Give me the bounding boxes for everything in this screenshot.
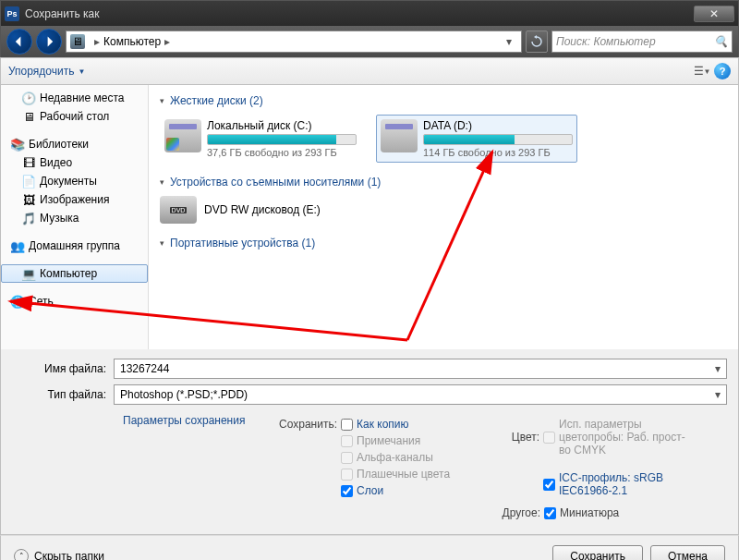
as-copy-label[interactable]: Как копию	[357, 418, 409, 431]
sidebar-label: Рабочий стол	[40, 110, 109, 123]
icc-label[interactable]: ICC-профиль: sRGB IEC61966-2.1	[559, 471, 696, 497]
drive-name: Локальный диск (C:)	[207, 119, 357, 132]
music-icon: 🎵	[21, 211, 36, 225]
sidebar-item-video[interactable]: 🎞Видео	[1, 153, 148, 172]
toolbar: Упорядочить ▼ ☰ ▼ ?	[0, 57, 739, 85]
drive-free: 114 ГБ свободно из 293 ГБ	[423, 147, 573, 158]
dvd-icon	[160, 196, 197, 224]
cancel-button[interactable]: Отмена	[650, 545, 725, 560]
sidebar-label: Сеть	[29, 295, 54, 308]
save-button[interactable]: Сохранить	[552, 545, 643, 560]
organize-label: Упорядочить	[8, 65, 74, 78]
section-portable[interactable]: ▾Портативные устройства (1)	[160, 237, 727, 250]
chevron-up-icon: ˄	[14, 549, 29, 560]
save-params-link[interactable]: Параметры сохранения	[123, 414, 252, 427]
sidebar-label: Изображения	[40, 193, 109, 206]
sidebar-item-pictures[interactable]: 🖼Изображения	[1, 190, 148, 209]
proof-label: Исп. параметры цветопробы: Раб. прост-во…	[559, 418, 696, 457]
thumb-checkbox[interactable]	[544, 507, 556, 519]
help-button[interactable]: ?	[714, 63, 731, 79]
library-icon: 📚	[10, 137, 25, 152]
hide-folders-toggle[interactable]: ˄ Скрыть папки	[14, 549, 104, 560]
sidebar-label: Библиотеки	[29, 138, 89, 151]
computer-icon: 💻	[21, 266, 36, 281]
sidebar-label: Компьютер	[40, 267, 97, 280]
window-title: Сохранить как	[25, 7, 692, 20]
breadcrumb-root[interactable]: Компьютер	[103, 35, 161, 48]
search-icon[interactable]: 🔍	[714, 35, 728, 48]
drive-dvd[interactable]: DVD RW дисковод (E:)	[160, 196, 727, 224]
refresh-button[interactable]	[526, 30, 548, 53]
filename-label: Имя файла:	[12, 362, 114, 375]
sidebar: 🕑Недавние места 🖥Рабочий стол 📚Библиотек…	[1, 85, 149, 349]
app-icon: Ps	[5, 6, 19, 21]
layers-checkbox[interactable]	[341, 485, 353, 497]
sidebar-label: Видео	[40, 156, 72, 169]
filename-input[interactable]: 13267244▾	[114, 359, 727, 379]
title-bar: Ps Сохранить как ✕	[0, 0, 739, 26]
drive-name: DATA (D:)	[423, 119, 573, 132]
drive-d[interactable]: DATA (D:) 114 ГБ свободно из 293 ГБ	[376, 115, 577, 163]
address-dropdown[interactable]: ▾	[501, 32, 517, 51]
save-group-label: Сохранить:	[271, 418, 337, 431]
main-panel: ▾Жесткие диски (2) Локальный диск (C:) 3…	[149, 85, 738, 349]
chevron-icon[interactable]: ▸	[161, 35, 174, 48]
filetype-select[interactable]: Photoshop (*.PSD;*.PDD)▾	[114, 384, 727, 405]
proof-checkbox	[543, 432, 555, 444]
hdd-icon	[164, 119, 201, 152]
sidebar-item-music[interactable]: 🎵Музыка	[1, 209, 148, 227]
section-removable[interactable]: ▾Устройства со съемными носителями (1)	[160, 176, 727, 189]
desktop-icon: 🖥	[21, 109, 36, 124]
dropdown-icon[interactable]: ▾	[715, 388, 721, 401]
capacity-bar	[423, 134, 573, 145]
search-placeholder: Поиск: Компьютер	[556, 35, 656, 48]
thumb-label: Миниатюра	[560, 506, 619, 519]
collapse-icon: ▾	[160, 96, 164, 105]
sidebar-item-libraries[interactable]: 📚Библиотеки	[1, 135, 148, 153]
computer-icon: 🖥	[70, 34, 85, 49]
network-icon: 🌐	[10, 294, 25, 309]
drive-free: 37,6 ГБ свободно из 293 ГБ	[207, 147, 357, 158]
sidebar-label: Домашняя группа	[29, 239, 120, 252]
other-group-label: Другое:	[474, 506, 540, 519]
section-label: Устройства со съемными носителями (1)	[170, 176, 381, 189]
search-input[interactable]: Поиск: Компьютер 🔍	[551, 30, 733, 53]
section-label: Портативные устройства (1)	[170, 237, 315, 250]
sidebar-item-computer[interactable]: 💻Компьютер	[1, 264, 148, 283]
sidebar-item-network[interactable]: 🌐Сеть	[1, 292, 148, 310]
sidebar-item-homegroup[interactable]: 👥Домашняя группа	[1, 237, 148, 255]
recent-icon: 🕑	[21, 91, 36, 105]
hide-folders-label: Скрыть папки	[34, 550, 104, 560]
nav-bar: 🖥 ▸ Компьютер ▸ ▾ Поиск: Компьютер 🔍	[0, 26, 739, 57]
view-button[interactable]: ☰ ▼	[690, 61, 714, 81]
drive-c[interactable]: Локальный диск (C:) 37,6 ГБ свободно из …	[160, 115, 361, 163]
icc-checkbox[interactable]	[543, 479, 555, 491]
section-label: Жесткие диски (2)	[170, 94, 263, 107]
file-browser: 🕑Недавние места 🖥Рабочий стол 📚Библиотек…	[0, 85, 739, 349]
documents-icon: 📄	[21, 174, 36, 189]
notes-checkbox	[341, 435, 353, 447]
sidebar-label: Музыка	[40, 212, 79, 225]
back-button[interactable]	[6, 29, 32, 55]
filename-value: 13267244	[120, 362, 169, 375]
section-hdd[interactable]: ▾Жесткие диски (2)	[160, 94, 727, 107]
dropdown-icon[interactable]: ▾	[715, 362, 721, 375]
chevron-icon[interactable]: ▸	[91, 35, 103, 48]
forward-button[interactable]	[36, 29, 62, 55]
dialog-footer: ˄ Скрыть папки Сохранить Отмена	[0, 535, 739, 560]
organize-button[interactable]: Упорядочить ▼	[8, 65, 85, 78]
sidebar-item-documents[interactable]: 📄Документы	[1, 172, 148, 190]
chevron-down-icon: ▼	[78, 67, 85, 76]
notes-label: Примечания	[357, 434, 420, 447]
sidebar-item-desktop[interactable]: 🖥Рабочий стол	[1, 107, 148, 126]
layers-label[interactable]: Слои	[357, 484, 383, 497]
pictures-icon: 🖼	[21, 192, 36, 207]
sidebar-item-recent[interactable]: 🕑Недавние места	[1, 89, 148, 107]
address-bar[interactable]: 🖥 ▸ Компьютер ▸ ▾	[66, 30, 522, 53]
collapse-icon: ▾	[160, 177, 164, 187]
close-button[interactable]: ✕	[694, 6, 734, 22]
alpha-label: Альфа-каналы	[357, 451, 433, 464]
as-copy-checkbox[interactable]	[341, 419, 353, 431]
drive-name: DVD RW дисковод (E:)	[204, 203, 321, 216]
sidebar-label: Документы	[40, 175, 97, 188]
